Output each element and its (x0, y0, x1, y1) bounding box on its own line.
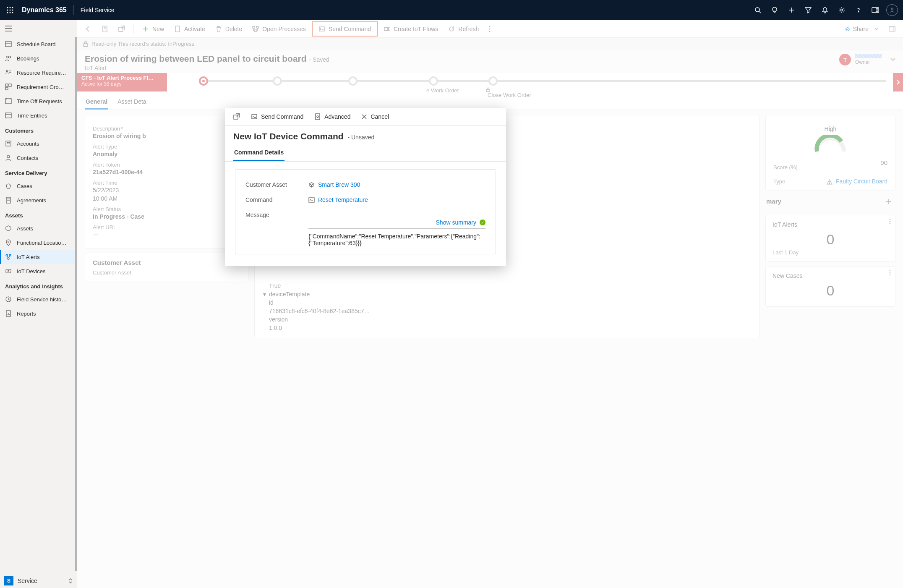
sidebar-item-accounts[interactable]: Accounts (0, 136, 77, 151)
overflow-button[interactable] (485, 23, 495, 35)
bell-icon[interactable] (818, 3, 832, 17)
sidebar-item-time-off[interactable]: Time Off Requests (0, 94, 77, 108)
bpf-active-stage[interactable]: CFS - IoT Alert Process Fl… Active for 3… (77, 73, 167, 91)
bpf-node-5[interactable] (488, 76, 498, 86)
val-alert-url[interactable]: --- (93, 231, 240, 238)
svg-point-25 (9, 56, 11, 58)
brand[interactable]: Dynamics 365 (22, 6, 67, 14)
tab-asset-details[interactable]: Asset Deta (117, 95, 147, 110)
sidebar-item-time-entries[interactable]: Time Entries (0, 108, 77, 123)
lbl-alert-token: Alert Token (93, 162, 240, 168)
bpf-advance-button[interactable] (893, 73, 903, 91)
lbl-customer-asset: Customer Asset (93, 269, 240, 276)
sidebar-item-assets[interactable]: Assets (0, 221, 77, 235)
back-button[interactable] (81, 23, 96, 35)
activate-button[interactable]: Activate (170, 23, 209, 35)
modal-cancel[interactable]: Cancel (357, 111, 393, 123)
hamburger-icon[interactable] (0, 20, 77, 37)
val-alert-time[interactable]: 10:00 AM (93, 195, 240, 202)
val-type[interactable]: Faulty Circuit Board (827, 178, 887, 185)
modal-send-command[interactable]: Send Command (247, 111, 308, 123)
modal-card: Customer Asset Smart Brew 300 Command Re… (235, 169, 496, 254)
val-customer-asset[interactable]: Smart Brew 300 (308, 181, 485, 188)
user-avatar[interactable] (886, 4, 898, 16)
iot-alerts-tile[interactable]: IoT Alerts 0 Last 1 Day (765, 215, 895, 262)
sidebar-item-functional-loc[interactable]: Functional Locatio… (0, 235, 77, 250)
share-button[interactable]: Share (839, 23, 883, 35)
sidebar-item-req-groups[interactable]: Requirement Gro… (0, 80, 77, 94)
svg-point-15 (858, 11, 859, 12)
sidebar-item-contacts[interactable]: Contacts (0, 151, 77, 165)
bpf-node-2[interactable] (273, 76, 282, 86)
refresh-button[interactable]: Refresh (444, 23, 483, 35)
create-iot-flows-button[interactable]: Create IoT Flows (379, 23, 442, 35)
svg-point-26 (6, 70, 8, 72)
chevron-down-icon[interactable] (890, 58, 895, 61)
filter-icon[interactable] (801, 3, 815, 17)
sidebar-item-iot-alerts[interactable]: IoT Alerts (0, 250, 77, 264)
sidebar-item-bookings[interactable]: Bookings (0, 51, 77, 65)
sidebar-label: Agreements (17, 197, 46, 204)
svg-rect-60 (119, 27, 123, 31)
sidebar-item-schedule-board[interactable]: Schedule Board (0, 37, 77, 51)
val-alert-token[interactable]: 21a527d1-000e-44 (93, 169, 240, 175)
area-label[interactable]: Field Service (81, 7, 115, 13)
svg-rect-63 (175, 26, 180, 32)
val-alert-date[interactable]: 5/22/2023 (93, 187, 240, 193)
side-panel-button[interactable] (885, 23, 900, 35)
sidebar-item-reports[interactable]: Reports (0, 306, 77, 321)
gear-icon[interactable] (835, 3, 848, 17)
modal-tab-command-details[interactable]: Command Details (233, 145, 284, 161)
svg-rect-71 (319, 27, 324, 31)
open-new-window[interactable] (114, 23, 129, 35)
svg-rect-29 (5, 84, 8, 86)
sidebar-item-resource-req[interactable]: Resource Require… (0, 65, 77, 80)
lbl-command: Command (245, 196, 308, 203)
send-command-button[interactable]: Send Command (314, 23, 375, 35)
new-cases-tile[interactable]: New Cases 0 (765, 266, 895, 307)
sidebar-label: IoT Alerts (17, 254, 40, 260)
search-icon[interactable] (751, 3, 765, 17)
sidebar-label: Assets (17, 225, 33, 232)
svg-point-47 (8, 258, 9, 259)
tab-general[interactable]: General (85, 95, 108, 110)
svg-line-10 (759, 11, 761, 13)
tile-overflow[interactable] (889, 219, 891, 225)
app-launcher-icon[interactable] (5, 5, 15, 15)
svg-rect-65 (256, 26, 258, 28)
show-summary-link[interactable]: Show summary (436, 219, 476, 226)
bpf-node-4[interactable] (429, 76, 438, 86)
form-selector[interactable] (97, 23, 112, 35)
tile-overflow[interactable] (889, 270, 891, 276)
panel-icon[interactable] (869, 3, 882, 17)
sidebar-item-iot-devices[interactable]: IoT Devices (0, 264, 77, 278)
tree-devicetemplate[interactable]: ▾deviceTemplate (262, 290, 752, 298)
delete-button[interactable]: Delete (211, 23, 246, 35)
open-processes-button[interactable]: Open Processes (248, 23, 310, 35)
sidebar-label: Time Off Requests (17, 98, 62, 105)
lightbulb-icon[interactable] (768, 3, 781, 17)
new-button[interactable]: New (138, 23, 168, 35)
owner-block[interactable]: T Owner (839, 54, 895, 65)
svg-rect-35 (5, 113, 11, 118)
val-alert-status[interactable]: In Progress - Case (93, 213, 240, 220)
add-icon[interactable] (885, 199, 891, 204)
svg-rect-22 (5, 42, 11, 47)
gauge-icon (814, 135, 847, 154)
sidebar-scrollbar[interactable] (75, 37, 77, 571)
modal-popout[interactable] (229, 111, 244, 123)
bpf-node-3[interactable] (348, 76, 358, 86)
add-icon[interactable] (785, 3, 798, 17)
val-alert-type[interactable]: Anomaly (93, 151, 240, 157)
sidebar-item-cases[interactable]: Cases (0, 179, 77, 193)
modal-advanced[interactable]: Advanced (310, 111, 355, 123)
message-text[interactable]: {"CommandName":"Reset Temperature","Para… (308, 233, 485, 246)
bpf-node-1[interactable] (199, 76, 208, 86)
sidebar-area-switcher[interactable]: S Service (0, 573, 77, 588)
val-description[interactable]: Erosion of wiring b (93, 133, 240, 139)
help-icon[interactable] (852, 3, 865, 17)
svg-rect-89 (234, 115, 238, 119)
sidebar-item-agreements[interactable]: Agreements (0, 193, 77, 207)
sidebar-item-fs-history[interactable]: Field Service histo… (0, 292, 77, 306)
val-command[interactable]: Reset Temperature (308, 196, 485, 203)
